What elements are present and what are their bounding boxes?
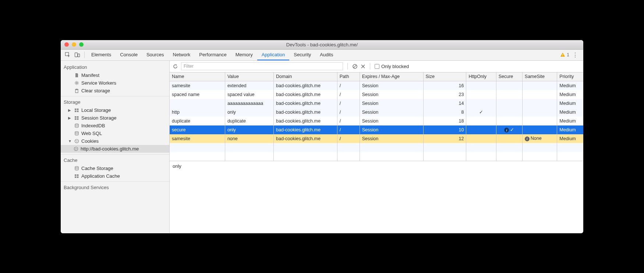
table-row[interactable]: aaaaaaaaaaaaaabad-cookies.glitch.me/Sess… — [170, 99, 583, 108]
column-header[interactable]: Domain — [274, 72, 337, 81]
only-blocked-toggle[interactable]: Only blocked — [375, 64, 409, 69]
svg-rect-2 — [78, 54, 80, 57]
tab-network[interactable]: Network — [169, 49, 195, 60]
tab-application[interactable]: Application — [257, 49, 290, 60]
sidebar-item-label: Local Storage — [81, 107, 111, 113]
table-cell: 12 — [423, 134, 466, 143]
svg-rect-27 — [75, 176, 77, 178]
table-cell — [466, 99, 496, 108]
table-cell — [466, 90, 496, 99]
tab-audits[interactable]: Audits — [315, 49, 337, 60]
svg-point-21 — [75, 148, 76, 149]
sidebar-item-session-storage[interactable]: ▶Session Storage — [61, 114, 169, 122]
table-row[interactable]: spaced namespaced valuebad-cookies.glitc… — [170, 90, 583, 99]
table-row[interactable]: samesitenonebad-cookies.glitch.me/Sessio… — [170, 134, 583, 143]
table-cell: bad-cookies.glitch.me — [274, 125, 337, 134]
tab-console[interactable]: Console — [116, 49, 142, 60]
table-cell: bad-cookies.glitch.me — [274, 134, 337, 143]
cookies-toolbar: Only blocked — [170, 61, 583, 72]
table-cell — [360, 143, 423, 152]
svg-line-30 — [354, 65, 357, 68]
tab-performance[interactable]: Performance — [195, 49, 231, 60]
tab-security[interactable]: Security — [289, 49, 315, 60]
column-header[interactable]: Size — [423, 72, 466, 81]
table-cell — [522, 90, 557, 99]
table-cell: iNone — [522, 134, 557, 143]
svg-rect-13 — [77, 118, 79, 120]
clear-all-icon[interactable] — [352, 64, 358, 69]
warning-badge[interactable]: 1 — [560, 52, 569, 57]
table-cell — [274, 143, 337, 152]
table-cell — [557, 152, 583, 161]
column-header[interactable]: Priority — [557, 72, 583, 81]
tab-memory[interactable]: Memory — [231, 49, 257, 60]
svg-rect-8 — [75, 110, 77, 112]
sidebar-item-local-storage[interactable]: ▶Local Storage — [61, 106, 169, 114]
sidebar-item-cookies[interactable]: ▼Cookies — [61, 137, 169, 145]
column-header[interactable]: Path — [337, 72, 360, 81]
table-cell — [337, 143, 360, 152]
trash-icon — [74, 88, 79, 93]
info-icon: i — [525, 136, 530, 141]
more-options-icon[interactable]: ⋮ — [572, 52, 578, 58]
table-cell: bad-cookies.glitch.me — [274, 90, 337, 99]
svg-rect-3 — [563, 54, 563, 56]
table-row[interactable]: secureonlybad-cookies.glitch.me/Session1… — [170, 125, 583, 134]
table-cell: Medium — [557, 81, 583, 90]
sidebar-item-web-sql[interactable]: Web SQL — [61, 130, 169, 137]
table-row[interactable]: samesiteextendedbad-cookies.glitch.me/Se… — [170, 81, 583, 90]
filter-input[interactable] — [181, 62, 343, 70]
sidebar-heading: Storage — [61, 98, 169, 106]
sidebar-item-application-cache[interactable]: Application Cache — [61, 172, 169, 180]
sidebar-item-label: Service Workers — [81, 80, 116, 86]
table-cell: 16 — [423, 81, 466, 90]
table-cell — [496, 99, 522, 108]
tab-sources[interactable]: Sources — [142, 49, 169, 60]
sidebar-heading: Background Services — [61, 183, 169, 192]
sidebar-item-manifest[interactable]: Manifest — [61, 71, 169, 79]
toolbar-right: 1 ⋮ — [560, 52, 581, 58]
column-header[interactable]: Value — [225, 72, 273, 81]
sidebar-item-cache-storage[interactable]: Cache Storage — [61, 164, 169, 172]
svg-point-24 — [75, 166, 78, 167]
table-cell: Session — [360, 125, 423, 134]
table-cell — [466, 81, 496, 90]
table-cell — [466, 125, 496, 134]
table-cell: Medium — [557, 108, 583, 117]
table-cell: i✓ — [496, 125, 522, 134]
svg-rect-1 — [75, 53, 78, 57]
device-toolbar-icon[interactable] — [72, 50, 82, 60]
tab-elements[interactable]: Elements — [87, 49, 116, 60]
sidebar-item-indexeddb[interactable]: IndexedDB — [61, 122, 169, 130]
info-icon: i — [504, 128, 509, 132]
svg-rect-11 — [77, 116, 79, 118]
sidebar-item-clear-storage[interactable]: Clear storage — [61, 87, 169, 95]
column-header[interactable]: Name — [170, 72, 225, 81]
table-cell — [225, 152, 273, 161]
sidebar-item-label: Cookies — [81, 138, 99, 144]
table-cell: / — [337, 108, 360, 117]
column-header[interactable]: Expires / Max-Age — [360, 72, 423, 81]
inspect-element-icon[interactable] — [63, 50, 72, 60]
column-header[interactable]: HttpOnly — [466, 72, 496, 81]
svg-point-20 — [74, 147, 78, 150]
table-row[interactable]: duplicateduplicatebad-cookies.glitch.me/… — [170, 117, 583, 125]
table-cell — [170, 99, 225, 108]
table-cell — [522, 117, 557, 125]
table-row[interactable]: httponlybad-cookies.glitch.me/Session8✓M… — [170, 108, 583, 117]
cookie-icon — [73, 146, 78, 151]
table-cell — [496, 143, 522, 152]
sidebar-item-service-workers[interactable]: Service Workers — [61, 79, 169, 87]
table-cell: / — [337, 117, 360, 125]
table-cell — [274, 152, 337, 161]
column-header[interactable]: SameSite — [522, 72, 557, 81]
sidebar-item-label: Web SQL — [81, 131, 102, 136]
column-header[interactable]: Secure — [496, 72, 522, 81]
delete-selected-icon[interactable] — [361, 64, 365, 69]
table-cell: Session — [360, 134, 423, 143]
svg-point-15 — [75, 131, 78, 132]
refresh-icon[interactable] — [173, 64, 178, 69]
chevron-right-icon: ▶ — [68, 108, 72, 112]
table-cell: Session — [360, 117, 423, 125]
sidebar-item-cookie-origin[interactable]: http://bad-cookies.glitch.me — [61, 145, 169, 153]
